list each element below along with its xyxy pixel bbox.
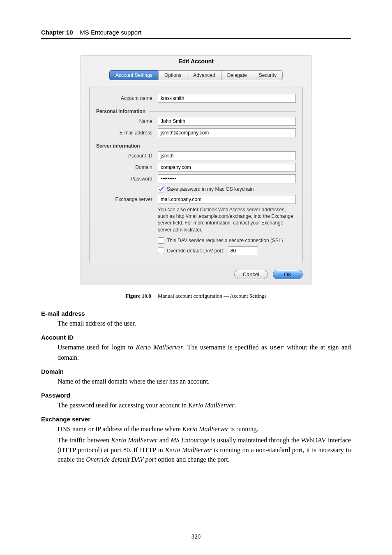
def-domain-term: Domain xyxy=(41,368,351,375)
chapter-title: MS Entourage support xyxy=(80,29,141,36)
settings-panel: Account name: kms-jsmith Personal inform… xyxy=(89,86,303,263)
tab-account-settings[interactable]: Account Settings xyxy=(109,70,158,80)
tab-advanced[interactable]: Advanced xyxy=(187,70,221,80)
personal-info-heading: Personal information xyxy=(96,109,145,114)
ssl-label: This DAV service requires a secure conne… xyxy=(167,238,283,243)
cancel-button[interactable]: Cancel xyxy=(234,270,268,279)
password-field[interactable]: ••••••••• xyxy=(158,174,296,183)
tab-delegate[interactable]: Delegate xyxy=(221,70,253,80)
server-info-heading: Server information xyxy=(96,143,140,149)
def-exchange-body-1: DNS name or IP address of the machine wh… xyxy=(58,424,351,434)
password-label: Password: xyxy=(96,176,154,182)
dialog-body: Account Settings Options Advanced Delega… xyxy=(81,68,311,285)
section-rule xyxy=(149,111,296,112)
def-password-body: The password used for accessing your acc… xyxy=(58,400,351,410)
domain-label: Domain: xyxy=(96,164,154,170)
def-email-body: The email address of the user. xyxy=(58,319,351,328)
tab-row: Account Settings Options Advanced Delega… xyxy=(89,70,303,80)
checkmark-icon xyxy=(159,187,164,192)
dialog-title: Edit Account xyxy=(81,56,311,68)
email-label: E-mail address: xyxy=(96,130,154,136)
override-port-label: Override default DAV port: xyxy=(167,248,224,254)
email-field[interactable]: jsmith@company.com xyxy=(158,128,296,137)
chapter-header: Chapter 10 MS Entourage support xyxy=(41,29,351,39)
def-exchange-term: Exchange server xyxy=(41,416,351,423)
name-field[interactable]: John Smith xyxy=(158,117,296,126)
exchange-server-label: Exchange server: xyxy=(96,197,154,202)
account-id-field[interactable]: jsmith xyxy=(158,151,296,160)
figure-number: Figure 10.8 xyxy=(125,293,151,299)
def-domain-body: Name of the email domain where the user … xyxy=(58,377,351,386)
edit-account-dialog: Edit Account Account Settings Options Ad… xyxy=(81,55,311,285)
name-label: Name: xyxy=(96,118,154,124)
ssl-checkbox[interactable] xyxy=(158,237,164,244)
section-rule xyxy=(143,146,296,146)
def-accountid-term: Account ID xyxy=(41,334,351,341)
exchange-note-text: You can also enter Outlook Web Access se… xyxy=(158,206,296,233)
page-number: 320 xyxy=(0,533,392,540)
override-port-checkbox[interactable] xyxy=(158,247,164,254)
figure-caption-text: Manual account configuration — Account S… xyxy=(158,293,267,299)
document-page: Chapter 10 MS Entourage support Edit Acc… xyxy=(0,0,392,555)
domain-field[interactable]: company.com xyxy=(158,163,296,172)
tab-options[interactable]: Options xyxy=(158,70,187,80)
exchange-server-field[interactable]: mail.company.com xyxy=(158,195,296,204)
ok-button[interactable]: OK xyxy=(273,270,303,279)
def-password-term: Password xyxy=(41,392,351,399)
tab-security[interactable]: Security xyxy=(253,70,283,80)
save-keychain-checkbox[interactable] xyxy=(158,186,164,192)
def-email-term: E-mail address xyxy=(41,310,351,317)
override-port-field[interactable]: 80 xyxy=(228,246,258,255)
save-keychain-label: Save password in my Mac OS keychain xyxy=(167,186,254,192)
def-exchange-body-2: The traffic between Kerio MailServer and… xyxy=(58,435,351,464)
chapter-prefix: Chapter 10 xyxy=(41,29,73,36)
dialog-button-row: Cancel OK xyxy=(89,270,303,279)
account-name-field[interactable]: kms-jsmith xyxy=(158,94,296,103)
account-name-label: Account name: xyxy=(96,95,154,101)
figure-caption: Figure 10.8 Manual account configuration… xyxy=(41,293,351,299)
account-id-label: Account ID: xyxy=(96,153,154,159)
def-accountid-body: Username used for login to Kerio MailSer… xyxy=(58,342,351,362)
